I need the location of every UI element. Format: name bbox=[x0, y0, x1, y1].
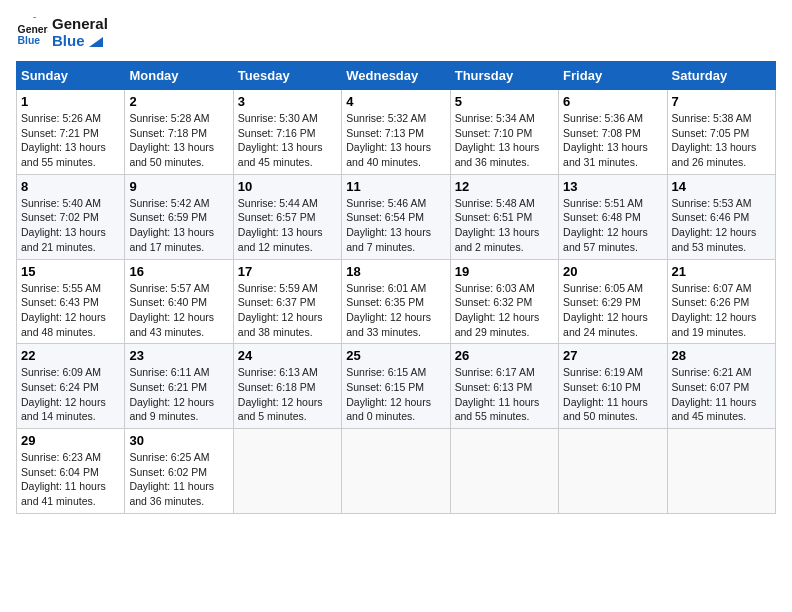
header-monday: Monday bbox=[125, 62, 233, 90]
day-cell-9: 9Sunrise: 5:42 AMSunset: 6:59 PMDaylight… bbox=[125, 174, 233, 259]
day-cell-24: 24Sunrise: 6:13 AMSunset: 6:18 PMDayligh… bbox=[233, 344, 341, 429]
day-info: Sunrise: 5:59 AMSunset: 6:37 PMDaylight:… bbox=[238, 281, 337, 340]
day-info: Sunrise: 5:30 AMSunset: 7:16 PMDaylight:… bbox=[238, 111, 337, 170]
logo-icon: General Blue bbox=[16, 17, 48, 49]
day-info: Sunrise: 5:53 AMSunset: 6:46 PMDaylight:… bbox=[672, 196, 771, 255]
day-number: 5 bbox=[455, 94, 554, 109]
day-number: 27 bbox=[563, 348, 662, 363]
svg-text:General: General bbox=[18, 24, 48, 35]
day-info: Sunrise: 5:28 AMSunset: 7:18 PMDaylight:… bbox=[129, 111, 228, 170]
day-number: 22 bbox=[21, 348, 120, 363]
day-cell-26: 26Sunrise: 6:17 AMSunset: 6:13 PMDayligh… bbox=[450, 344, 558, 429]
day-info: Sunrise: 6:25 AMSunset: 6:02 PMDaylight:… bbox=[129, 450, 228, 509]
day-cell-10: 10Sunrise: 5:44 AMSunset: 6:57 PMDayligh… bbox=[233, 174, 341, 259]
header-tuesday: Tuesday bbox=[233, 62, 341, 90]
day-number: 24 bbox=[238, 348, 337, 363]
day-cell-18: 18Sunrise: 6:01 AMSunset: 6:35 PMDayligh… bbox=[342, 259, 450, 344]
day-info: Sunrise: 5:34 AMSunset: 7:10 PMDaylight:… bbox=[455, 111, 554, 170]
empty-cell bbox=[342, 429, 450, 514]
day-info: Sunrise: 6:03 AMSunset: 6:32 PMDaylight:… bbox=[455, 281, 554, 340]
day-number: 12 bbox=[455, 179, 554, 194]
day-info: Sunrise: 6:23 AMSunset: 6:04 PMDaylight:… bbox=[21, 450, 120, 509]
day-cell-13: 13Sunrise: 5:51 AMSunset: 6:48 PMDayligh… bbox=[559, 174, 667, 259]
day-number: 15 bbox=[21, 264, 120, 279]
day-cell-4: 4Sunrise: 5:32 AMSunset: 7:13 PMDaylight… bbox=[342, 90, 450, 175]
header-friday: Friday bbox=[559, 62, 667, 90]
day-number: 10 bbox=[238, 179, 337, 194]
day-number: 28 bbox=[672, 348, 771, 363]
day-cell-15: 15Sunrise: 5:55 AMSunset: 6:43 PMDayligh… bbox=[17, 259, 125, 344]
day-info: Sunrise: 5:44 AMSunset: 6:57 PMDaylight:… bbox=[238, 196, 337, 255]
header-thursday: Thursday bbox=[450, 62, 558, 90]
calendar-table: SundayMondayTuesdayWednesdayThursdayFrid… bbox=[16, 61, 776, 514]
day-cell-17: 17Sunrise: 5:59 AMSunset: 6:37 PMDayligh… bbox=[233, 259, 341, 344]
empty-cell bbox=[667, 429, 775, 514]
day-cell-16: 16Sunrise: 5:57 AMSunset: 6:40 PMDayligh… bbox=[125, 259, 233, 344]
day-info: Sunrise: 6:05 AMSunset: 6:29 PMDaylight:… bbox=[563, 281, 662, 340]
day-number: 13 bbox=[563, 179, 662, 194]
day-cell-8: 8Sunrise: 5:40 AMSunset: 7:02 PMDaylight… bbox=[17, 174, 125, 259]
day-info: Sunrise: 5:51 AMSunset: 6:48 PMDaylight:… bbox=[563, 196, 662, 255]
day-number: 9 bbox=[129, 179, 228, 194]
svg-marker-2 bbox=[33, 17, 37, 18]
day-cell-7: 7Sunrise: 5:38 AMSunset: 7:05 PMDaylight… bbox=[667, 90, 775, 175]
day-info: Sunrise: 5:46 AMSunset: 6:54 PMDaylight:… bbox=[346, 196, 445, 255]
day-cell-5: 5Sunrise: 5:34 AMSunset: 7:10 PMDaylight… bbox=[450, 90, 558, 175]
day-cell-29: 29Sunrise: 6:23 AMSunset: 6:04 PMDayligh… bbox=[17, 429, 125, 514]
day-cell-20: 20Sunrise: 6:05 AMSunset: 6:29 PMDayligh… bbox=[559, 259, 667, 344]
day-cell-2: 2Sunrise: 5:28 AMSunset: 7:18 PMDaylight… bbox=[125, 90, 233, 175]
day-number: 3 bbox=[238, 94, 337, 109]
day-cell-1: 1Sunrise: 5:26 AMSunset: 7:21 PMDaylight… bbox=[17, 90, 125, 175]
day-cell-22: 22Sunrise: 6:09 AMSunset: 6:24 PMDayligh… bbox=[17, 344, 125, 429]
logo-arrow bbox=[89, 37, 103, 47]
day-info: Sunrise: 5:42 AMSunset: 6:59 PMDaylight:… bbox=[129, 196, 228, 255]
day-number: 18 bbox=[346, 264, 445, 279]
day-info: Sunrise: 6:21 AMSunset: 6:07 PMDaylight:… bbox=[672, 365, 771, 424]
day-info: Sunrise: 6:15 AMSunset: 6:15 PMDaylight:… bbox=[346, 365, 445, 424]
day-cell-27: 27Sunrise: 6:19 AMSunset: 6:10 PMDayligh… bbox=[559, 344, 667, 429]
day-cell-28: 28Sunrise: 6:21 AMSunset: 6:07 PMDayligh… bbox=[667, 344, 775, 429]
empty-cell bbox=[559, 429, 667, 514]
day-info: Sunrise: 5:32 AMSunset: 7:13 PMDaylight:… bbox=[346, 111, 445, 170]
day-number: 20 bbox=[563, 264, 662, 279]
header-sunday: Sunday bbox=[17, 62, 125, 90]
week-row-5: 29Sunrise: 6:23 AMSunset: 6:04 PMDayligh… bbox=[17, 429, 776, 514]
day-info: Sunrise: 5:36 AMSunset: 7:08 PMDaylight:… bbox=[563, 111, 662, 170]
day-info: Sunrise: 5:57 AMSunset: 6:40 PMDaylight:… bbox=[129, 281, 228, 340]
week-row-2: 8Sunrise: 5:40 AMSunset: 7:02 PMDaylight… bbox=[17, 174, 776, 259]
svg-text:Blue: Blue bbox=[18, 35, 41, 46]
day-info: Sunrise: 6:19 AMSunset: 6:10 PMDaylight:… bbox=[563, 365, 662, 424]
day-cell-6: 6Sunrise: 5:36 AMSunset: 7:08 PMDaylight… bbox=[559, 90, 667, 175]
day-number: 2 bbox=[129, 94, 228, 109]
day-info: Sunrise: 6:11 AMSunset: 6:21 PMDaylight:… bbox=[129, 365, 228, 424]
day-info: Sunrise: 5:55 AMSunset: 6:43 PMDaylight:… bbox=[21, 281, 120, 340]
day-number: 26 bbox=[455, 348, 554, 363]
header-row: SundayMondayTuesdayWednesdayThursdayFrid… bbox=[17, 62, 776, 90]
day-info: Sunrise: 5:40 AMSunset: 7:02 PMDaylight:… bbox=[21, 196, 120, 255]
day-number: 8 bbox=[21, 179, 120, 194]
day-number: 29 bbox=[21, 433, 120, 448]
empty-cell bbox=[450, 429, 558, 514]
day-number: 30 bbox=[129, 433, 228, 448]
day-cell-19: 19Sunrise: 6:03 AMSunset: 6:32 PMDayligh… bbox=[450, 259, 558, 344]
day-number: 16 bbox=[129, 264, 228, 279]
page-header: General Blue General Blue bbox=[16, 16, 776, 49]
day-cell-25: 25Sunrise: 6:15 AMSunset: 6:15 PMDayligh… bbox=[342, 344, 450, 429]
day-info: Sunrise: 6:01 AMSunset: 6:35 PMDaylight:… bbox=[346, 281, 445, 340]
day-cell-23: 23Sunrise: 6:11 AMSunset: 6:21 PMDayligh… bbox=[125, 344, 233, 429]
day-number: 11 bbox=[346, 179, 445, 194]
logo-blue: Blue bbox=[52, 33, 108, 50]
day-info: Sunrise: 5:48 AMSunset: 6:51 PMDaylight:… bbox=[455, 196, 554, 255]
logo-general: General bbox=[52, 16, 108, 33]
day-cell-21: 21Sunrise: 6:07 AMSunset: 6:26 PMDayligh… bbox=[667, 259, 775, 344]
day-number: 6 bbox=[563, 94, 662, 109]
day-info: Sunrise: 6:09 AMSunset: 6:24 PMDaylight:… bbox=[21, 365, 120, 424]
day-info: Sunrise: 5:38 AMSunset: 7:05 PMDaylight:… bbox=[672, 111, 771, 170]
day-cell-30: 30Sunrise: 6:25 AMSunset: 6:02 PMDayligh… bbox=[125, 429, 233, 514]
day-number: 19 bbox=[455, 264, 554, 279]
day-number: 23 bbox=[129, 348, 228, 363]
logo: General Blue General Blue bbox=[16, 16, 108, 49]
day-number: 17 bbox=[238, 264, 337, 279]
week-row-3: 15Sunrise: 5:55 AMSunset: 6:43 PMDayligh… bbox=[17, 259, 776, 344]
day-cell-11: 11Sunrise: 5:46 AMSunset: 6:54 PMDayligh… bbox=[342, 174, 450, 259]
